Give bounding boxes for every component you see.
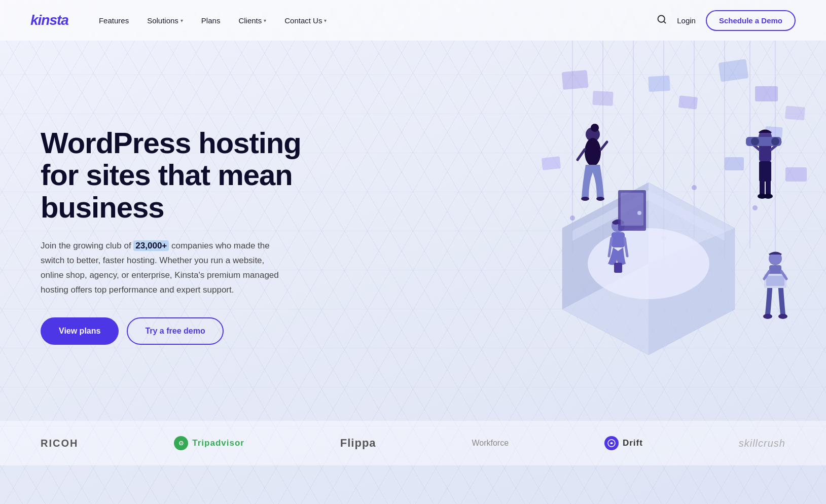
svg-rect-44 [759, 143, 771, 161]
svg-point-29 [588, 228, 709, 299]
svg-point-32 [591, 124, 599, 132]
login-link[interactable]: Login [677, 16, 696, 25]
svg-point-10 [570, 215, 575, 221]
svg-rect-18 [755, 86, 778, 101]
svg-rect-45 [759, 161, 771, 182]
svg-point-33 [585, 138, 601, 166]
tripadvisor-icon: ⊙ [174, 436, 188, 450]
svg-rect-22 [785, 167, 807, 182]
logo-tripadvisor: ⊙ Tripadvisor [174, 436, 244, 450]
highlight-number: 23,000+ [133, 240, 169, 251]
logo-skillcrush: skillcrush [739, 438, 785, 449]
drift-icon [604, 436, 619, 450]
header-actions: Login Schedule a Demo [657, 10, 796, 31]
svg-point-35 [596, 197, 604, 201]
hero-content: WordPress hosting for sites that mean bu… [41, 127, 345, 345]
svg-rect-64 [621, 193, 643, 226]
hero-description: Join the growing club of 23,000+ compani… [41, 239, 289, 298]
svg-rect-19 [785, 105, 805, 120]
logos-section: RICOH ⊙ Tripadvisor Flippa Workforce Dri… [0, 421, 826, 465]
view-plans-button[interactable]: View plans [41, 317, 119, 345]
chevron-down-icon: ▾ [181, 18, 183, 23]
svg-point-34 [581, 197, 589, 201]
svg-rect-39 [612, 232, 625, 247]
chevron-down-icon: ▾ [264, 18, 266, 23]
svg-point-65 [637, 211, 641, 215]
svg-point-54 [771, 137, 779, 146]
nav-contact[interactable]: Contact Us ▾ [284, 16, 327, 25]
svg-rect-24 [725, 157, 744, 170]
svg-rect-46 [760, 180, 765, 195]
hero-section: WordPress hosting for sites that mean bu… [0, 41, 826, 421]
svg-rect-16 [592, 91, 613, 106]
logo[interactable]: kinsta [30, 12, 68, 28]
try-free-demo-button[interactable]: Try a free demo [127, 317, 223, 345]
svg-rect-47 [766, 180, 771, 195]
nav-plans[interactable]: Plans [201, 16, 221, 25]
logo-workforce: Workforce [472, 439, 509, 448]
svg-point-49 [764, 194, 773, 199]
nav-features[interactable]: Features [99, 16, 129, 25]
svg-rect-20 [648, 76, 670, 92]
nav-solutions[interactable]: Solutions ▾ [147, 16, 183, 25]
logo-drift: Drift [604, 436, 643, 450]
logo-ricoh: RICOH [41, 438, 78, 449]
svg-point-12 [692, 185, 697, 190]
svg-point-57 [763, 314, 772, 319]
svg-rect-17 [719, 59, 749, 82]
logo-flippa: Flippa [340, 437, 376, 450]
chevron-down-icon: ▾ [324, 18, 327, 23]
hero-illustration [420, 41, 826, 446]
nav-clients[interactable]: Clients ▾ [238, 16, 266, 25]
svg-rect-21 [678, 95, 698, 110]
header: kinsta Features Solutions ▾ Plans Client… [0, 0, 826, 41]
svg-rect-60 [766, 276, 784, 286]
svg-line-1 [664, 21, 666, 23]
svg-point-58 [778, 314, 787, 319]
svg-point-13 [752, 205, 758, 210]
schedule-demo-button[interactable]: Schedule a Demo [706, 10, 796, 31]
search-icon[interactable] [657, 14, 667, 27]
svg-rect-23 [542, 156, 561, 170]
svg-line-36 [578, 150, 585, 160]
main-nav: Features Solutions ▾ Plans Clients ▾ Con… [99, 16, 657, 25]
hero-title: WordPress hosting for sites that mean bu… [41, 127, 345, 224]
svg-rect-40 [614, 263, 622, 273]
svg-rect-15 [562, 70, 589, 90]
hero-buttons: View plans Try a free demo [41, 317, 345, 345]
svg-line-37 [601, 142, 607, 150]
svg-point-53 [751, 137, 759, 146]
